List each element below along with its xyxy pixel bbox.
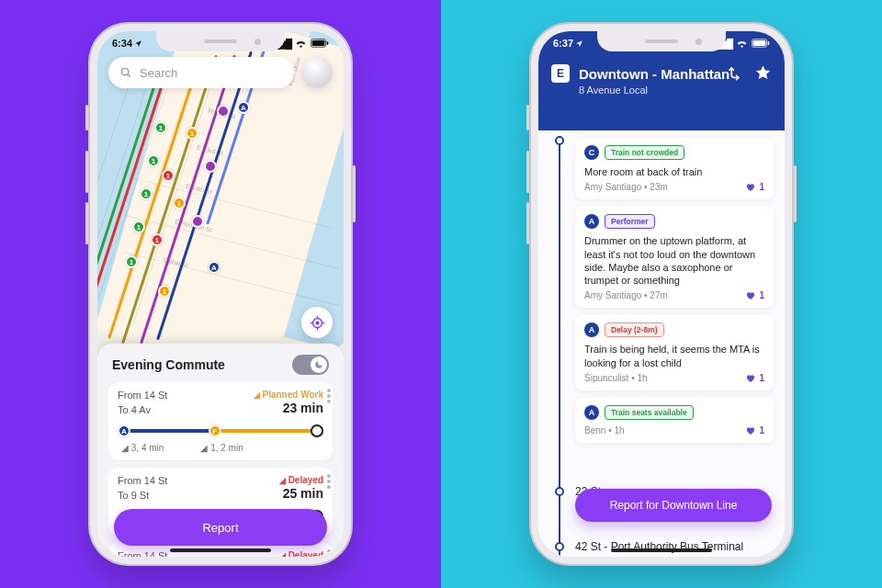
report-tag: Delay (2-8m) [605,322,664,337]
report-tag: Train not crowded [605,145,684,160]
report-meta: Amy Santiago • 27m [584,290,668,300]
map-station[interactable] [191,215,204,228]
route-to: To 4 Av [118,404,151,415]
map-station[interactable]: 1 [154,121,167,134]
like-button[interactable]: 1 [745,425,764,435]
svg-line-4 [128,74,130,77]
map-station[interactable]: 1 [132,220,145,233]
route-to: To 9 St [118,490,149,501]
route-card[interactable]: ••• From 14 St ◢ Planned Work To 4 Av 23… [108,382,333,460]
line-end [311,424,323,437]
search-input[interactable]: Search [108,57,294,88]
map-station[interactable]: 1 [162,169,175,182]
svg-rect-13 [768,41,770,45]
screen-left: 6:34 ▂▄▆█ W [97,31,344,557]
home-indicator[interactable] [170,548,271,552]
more-icon[interactable]: ••• [323,548,334,557]
svg-rect-2 [327,41,329,45]
like-button[interactable]: 1 [745,182,764,192]
route-eta: 23 min [283,401,323,415]
route-from: From 14 St [118,390,167,401]
locate-icon [310,315,325,331]
map-station[interactable]: 1 [173,197,186,209]
report-meta: Benn • 1h [584,425,625,435]
line-badge: A [584,405,599,420]
report-card[interactable]: A Train seats available Benn • 1h 1 [575,398,774,443]
route-status: ◢ Planned Work [254,390,323,401]
svg-point-3 [121,68,129,75]
like-button[interactable]: 1 [745,290,764,300]
more-icon[interactable]: ••• [323,473,334,490]
svg-rect-12 [753,40,766,46]
phone-right: 6:37 ▂▄▆█ E Downtown - Manhattan 8 Avenu… [529,22,794,566]
line-title: Downtown - Manhattan [579,66,729,82]
moon-icon [314,360,323,369]
route-from: From 14 St [118,475,167,486]
route-from: From 14 St [118,550,167,557]
route-status: ◢ Delayed [279,475,323,486]
reports-feed[interactable]: C Train not crowded More room at back of… [538,130,785,557]
phone-left: 6:34 ▂▄▆█ W [88,22,353,566]
svg-rect-1 [312,40,325,46]
line-badge: A [118,424,130,437]
leg-time: ◢ 1, 2 min [200,443,243,453]
map-station[interactable]: A [208,261,220,274]
line-badge: A [584,214,599,229]
line-badge: C [584,145,599,160]
report-meta: Sipunculist • 1h [584,373,648,383]
map-station[interactable]: 1 [140,187,153,200]
report-card[interactable]: A Performer Drummer on the uptown platfo… [575,207,774,308]
search-icon [119,66,132,79]
map-station[interactable]: 1 [158,285,171,298]
report-meta: Amy Santiago • 23m [584,182,668,192]
report-body: More room at back of train [584,165,764,178]
route-status: ◢ Delayed [279,550,323,557]
report-button[interactable]: Report [114,509,327,546]
like-button[interactable]: 1 [745,373,764,383]
report-card[interactable]: A Delay (2-8m) Train is being held, it s… [575,315,774,390]
map-station[interactable]: 1 [186,127,198,140]
line-badge: A [584,322,599,337]
map-station[interactable]: 1 [151,233,164,246]
home-indicator[interactable] [611,548,712,552]
sheet-title: Evening Commute [112,357,225,372]
profile-avatar[interactable] [301,57,333,88]
svg-point-6 [316,322,319,324]
report-tag: Performer [605,214,655,229]
leg-time: ◢ 3, 4 min [121,443,164,453]
line-badge: E [551,64,570,83]
map-station[interactable]: A [237,101,250,114]
report-line-button[interactable]: Report for Downtown Line [575,489,772,522]
map-station[interactable]: 1 [125,255,138,268]
map-station[interactable] [217,105,230,118]
line-badge: F [209,424,221,437]
map-station[interactable] [204,160,217,173]
report-body: Drummer on the uptown platform, at least… [584,234,764,287]
map-station[interactable]: 1 [147,154,160,167]
favorite-icon[interactable] [754,64,772,86]
locate-button[interactable] [301,307,333,338]
more-icon[interactable]: ••• [323,388,334,404]
route-eta: 25 min [283,486,323,501]
report-card[interactable]: C Train not crowded More room at back of… [575,138,774,199]
report-body: Train is being held, it seems the MTA is… [584,343,764,369]
night-toggle[interactable] [292,355,329,375]
directions-icon[interactable] [727,65,743,86]
report-tag: Train seats available [605,405,694,420]
screen-right: 6:37 ▂▄▆█ E Downtown - Manhattan 8 Avenu… [538,31,785,557]
